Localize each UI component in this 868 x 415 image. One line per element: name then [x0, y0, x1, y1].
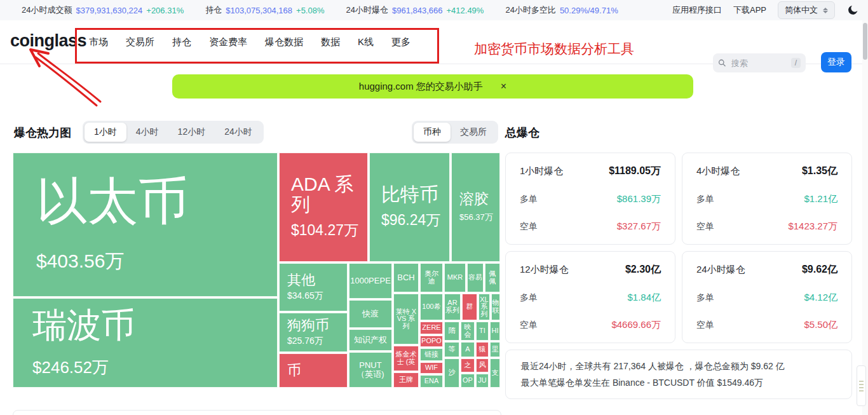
treemap-cell[interactable]: 之: [461, 358, 475, 372]
heatmap-time-tabs: 1小时 4小时 12小时 24小时: [83, 121, 264, 144]
treemap-cell-label: 风: [479, 362, 486, 369]
annotation-text: 加密货币市场数据分析工具: [474, 40, 634, 58]
treemap-cell[interactable]: 里: [490, 342, 500, 357]
treemap-cell[interactable]: 沙: [444, 358, 459, 388]
close-icon[interactable]: ×: [501, 81, 506, 92]
treemap-cell[interactable]: 奥尔迪: [420, 263, 443, 292]
treemap-cell-label: 群: [466, 303, 473, 311]
treemap-cell[interactable]: 风: [476, 358, 489, 372]
tab-12h[interactable]: 12小时: [168, 123, 215, 142]
stat-liquidation-24h: 24小时爆仓 $961,843,666 +412.49%: [346, 4, 484, 16]
treemap-cell[interactable]: 知识产权: [349, 329, 392, 351]
treemap-cell[interactable]: 以太币$403.56万: [13, 153, 278, 297]
treemap-cell[interactable]: 100希: [420, 294, 443, 320]
treemap-cell-value: $96.24万: [381, 210, 449, 230]
treemap-cell-label: A: [465, 346, 470, 353]
treemap-cell[interactable]: WIF: [420, 362, 443, 374]
treemap-cell-label: 隋: [449, 327, 456, 335]
treemap-cell-label: 以太币: [36, 175, 277, 228]
treemap-cell[interactable]: 物联: [491, 294, 500, 320]
language-selector[interactable]: 简体中文: [778, 1, 835, 19]
treemap-cell[interactable]: 等: [444, 342, 459, 357]
scrollbar-thumb[interactable]: [863, 23, 867, 60]
nav-item-exchanges[interactable]: 交易所: [126, 36, 154, 48]
treemap-cell-label: 1000PEPE: [350, 276, 391, 285]
treemap-cell-label: MKR: [447, 274, 463, 282]
treemap-cell[interactable]: 链接: [420, 348, 443, 361]
download-app-link[interactable]: 下载APP: [733, 4, 766, 16]
nav-item-more[interactable]: 更多: [391, 36, 410, 48]
long-value: $861.39万: [617, 193, 661, 205]
card-title: 24小时爆仓: [696, 264, 745, 276]
treemap-cell[interactable]: 币: [279, 353, 348, 388]
treemap-cell[interactable]: 佩佩: [485, 263, 500, 292]
treemap-cell-label: 莱特 XVS 系列: [395, 308, 417, 330]
treemap-cell-label: 里: [492, 346, 499, 353]
treemap-cell[interactable]: BCH: [393, 263, 419, 292]
short-value: $327.67万: [617, 221, 661, 233]
liquidation-card-24h: 24小时爆仓$9.62亿 多单$4.12亿 空单$5.50亿: [682, 251, 852, 343]
treemap-cell[interactable]: 群: [462, 294, 477, 320]
treemap-cell[interactable]: 溶胶$56.37万: [451, 153, 500, 262]
treemap-cell[interactable]: TI: [476, 322, 489, 341]
treemap-cell[interactable]: MKR: [444, 263, 466, 292]
card-total: $2.30亿: [625, 263, 661, 276]
treemap-cell[interactable]: 比特币$96.24万: [369, 153, 450, 262]
nav-item-liquidation-data[interactable]: 爆仓数据: [265, 36, 303, 48]
coinglass-logo[interactable]: coinglass: [10, 31, 86, 51]
treemap-cell[interactable]: 狗狗币$25.76万: [279, 313, 348, 352]
treemap-cell[interactable]: 炼金术士 (英: [393, 346, 419, 371]
tab-exchange[interactable]: 交易所: [451, 123, 496, 142]
treemap-cell[interactable]: 莱特 XVS 系列: [393, 294, 419, 344]
treemap-cell-label: 佩佩: [486, 270, 499, 285]
feedback-side-tab[interactable]: [857, 365, 866, 406]
treemap-cell[interactable]: 隋: [444, 322, 459, 341]
scrollbar-track[interactable]: [862, 20, 868, 415]
treemap-cell[interactable]: 1000PEPE: [349, 263, 392, 299]
dark-mode-toggle[interactable]: [846, 4, 859, 17]
tab-coin[interactable]: 币种: [414, 123, 451, 142]
search-box[interactable]: /: [713, 53, 806, 72]
tab-24h[interactable]: 24小时: [215, 123, 262, 142]
login-button[interactable]: 登录: [821, 52, 851, 72]
treemap-cell[interactable]: 猿: [476, 342, 489, 357]
treemap-cell[interactable]: PNUT （英语): [349, 352, 392, 388]
treemap-cell-label: 快渡: [362, 310, 379, 318]
api-link[interactable]: 应用程序接口: [672, 4, 722, 16]
long-label: 多单: [696, 292, 714, 304]
nav-item-kline[interactable]: K线: [358, 36, 374, 48]
treemap-cell[interactable]: 映会: [461, 322, 475, 341]
treemap-cell[interactable]: ZERE: [420, 322, 443, 334]
treemap-cell[interactable]: A: [461, 342, 475, 357]
treemap-cell-label: 其他: [287, 273, 347, 287]
nav-item-data[interactable]: 数据: [321, 36, 340, 48]
treemap-cell[interactable]: 快渡: [349, 300, 392, 328]
search-input[interactable]: [730, 58, 787, 69]
treemap-cell[interactable]: JU: [476, 374, 489, 388]
treemap-cell-label: 容易: [468, 274, 482, 282]
tab-1h[interactable]: 1小时: [85, 123, 126, 142]
treemap-cell-value: $56.37万: [459, 212, 499, 223]
treemap-cell[interactable]: 王牌: [393, 372, 419, 388]
treemap-cell[interactable]: XL 系列: [478, 294, 490, 320]
treemap-cell[interactable]: AR 系列: [444, 294, 461, 320]
treemap-cell-label: OP: [463, 377, 473, 384]
treemap-cell-label: 知识产权: [354, 336, 387, 344]
summary-line-1: 最近24小时，全球共有 217,364 人被爆仓 ，爆仓总金额为 $9.62 亿: [521, 358, 836, 375]
treemap-cell[interactable]: 其他$34.65万: [279, 263, 348, 311]
treemap-cell[interactable]: POPO: [420, 336, 443, 347]
treemap-cell[interactable]: ENA: [420, 375, 443, 388]
treemap-cell[interactable]: OP: [461, 374, 475, 388]
treemap-cell[interactable]: HI: [490, 322, 500, 341]
promo-banner[interactable]: hugging.com 您的交易小助手 ×: [172, 74, 693, 99]
stat-volume: 24小时成交额 $379,931,630,224 +206.31%: [22, 4, 184, 16]
treemap-cell[interactable]: 容易: [467, 263, 484, 292]
treemap-cell-value: $25.76万: [287, 336, 347, 347]
nav-item-market[interactable]: 市场: [89, 36, 108, 48]
treemap-cell[interactable]: 瑞波币$246.52万: [13, 298, 278, 388]
treemap-cell[interactable]: 支: [490, 358, 500, 388]
tab-4h[interactable]: 4小时: [126, 123, 168, 142]
nav-item-funding-rate[interactable]: 资金费率: [209, 36, 247, 48]
treemap-cell[interactable]: ADA 系列$104.27万: [279, 153, 368, 262]
nav-item-open-interest[interactable]: 持仓: [172, 36, 191, 48]
